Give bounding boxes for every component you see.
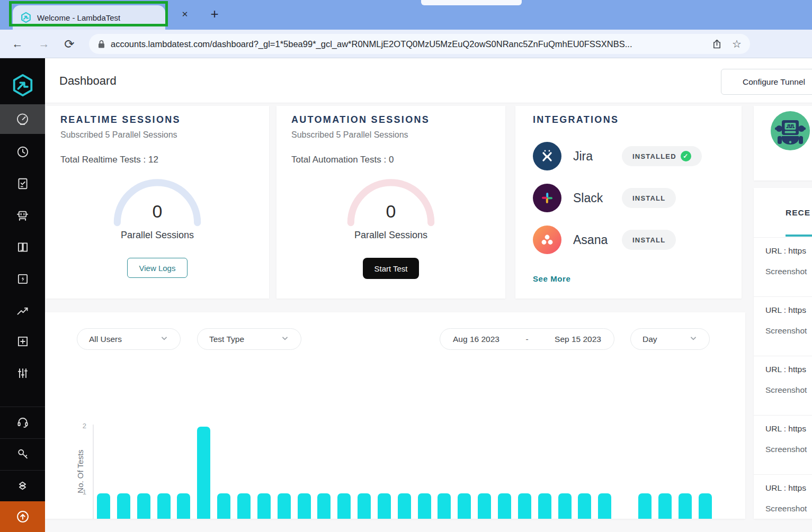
installed-check-icon: ✓ [681,151,691,161]
date-separator: - [525,335,528,344]
key-icon [16,447,30,461]
slack-icon [533,184,561,212]
recent-screenshot-row[interactable]: URL : https Screenshot [754,475,812,519]
integration-name: Slack [573,191,620,205]
bookmark-star-icon[interactable]: ☆ [732,38,742,50]
view-logs-button[interactable]: View Logs [127,258,188,278]
reload-button[interactable]: ⟳ [61,36,77,52]
tab-close-icon[interactable]: ✕ [178,7,192,21]
date-range-input[interactable]: Aug 16 2023 - Sep 15 2023 [440,328,614,350]
sidebar-item-automation[interactable] [0,201,45,230]
upgrade-circle-arrow-icon [15,509,30,524]
lock-icon [97,40,105,49]
headset-icon [16,415,30,429]
sidebar-item-lt-browser[interactable] [0,232,45,262]
jira-icon [533,142,561,170]
automation-parallel-count: 0 [276,201,505,222]
slack-install-button[interactable]: INSTALL [622,188,676,208]
recent-screenshot-label: Screenshot [765,326,807,336]
recent-screenshot-label: Screenshot [765,445,807,454]
sidebar-item-upgrade[interactable] [0,501,45,532]
tab-title: Welcome - LambdaTest [37,13,120,22]
sidebar-item-settings[interactable] [0,358,45,388]
share-icon[interactable] [711,39,722,50]
url-omnibox[interactable]: accounts.lambdatest.com/dashboard?_gl=1*… [89,34,750,54]
integration-name: Jira [573,149,620,164]
automation-card-subtitle: Subscribed 5 Parallel Sessions [291,130,408,140]
jira-installed-badge[interactable]: INSTALLED ✓ [622,146,702,166]
recent-url-label: URL : https [765,365,806,374]
checklist-icon [16,177,30,191]
y-tick-1: 1 [76,488,86,496]
integration-name: Asana [573,233,620,247]
chevron-down-icon [160,334,168,345]
recent-panel-tab[interactable]: RECE [786,208,810,218]
badge-label: INSTALL [632,236,665,244]
badge-label: INSTALLED [632,152,676,160]
recent-url-label: URL : https [765,483,806,493]
plus-square-icon [16,335,30,348]
sliders-icon [16,366,30,380]
all-users-dropdown[interactable]: All Users [77,328,181,350]
automation-gauge-label: Parallel Sessions [276,230,505,241]
forward-button[interactable]: → [36,36,52,52]
lambdatest-favicon-icon [20,12,32,23]
recent-screenshot-label: Screenshot [765,385,807,395]
automation-card-title: AUTOMATION SESSIONS [291,114,430,125]
granularity-dropdown[interactable]: Day [630,328,710,350]
sidebar [0,58,45,532]
recent-screenshot-row[interactable]: URL : https Screenshot [754,297,812,356]
recent-url-label: URL : https [765,424,806,434]
asana-install-button[interactable]: INSTALL [622,230,676,250]
sidebar-item-integrations[interactable] [0,471,45,500]
clock-icon [16,145,30,159]
page-title: Dashboard [59,74,117,88]
robot-avatar [771,111,810,150]
granularity-value: Day [643,335,657,344]
date-to-value: Sep 15 2023 [555,335,601,344]
test-type-dropdown[interactable]: Test Type [197,328,301,350]
new-tab-button[interactable]: + [207,6,222,22]
onboarding-avatar-card [754,106,812,181]
integration-row-jira: Jira INSTALLED ✓ [533,142,729,170]
recent-list: URL : https Screenshot URL : https Scree… [754,238,812,519]
chart-y-axis-line [93,425,94,519]
sidebar-item-support[interactable] [0,407,45,437]
sidebar-item-test[interactable] [0,169,45,199]
recent-screenshot-row[interactable]: URL : https Screenshot [754,356,812,416]
realtime-total-tests: Total Realtime Tests : 12 [60,155,158,165]
badge-label: INSTALL [632,194,665,202]
y-tick-2: 2 [76,422,86,430]
speedometer-icon [15,112,30,127]
robot-icon [15,209,30,223]
start-test-button[interactable]: Start Test [363,258,419,279]
sidebar-item-realtime[interactable] [0,137,45,167]
integration-row-slack: Slack INSTALL [533,184,729,212]
see-more-link[interactable]: See More [533,274,571,283]
sidebar-lambdatest-logo[interactable] [0,73,45,97]
realtime-sessions-card: REALTIME SESSIONS Subscribed 5 Parallel … [46,106,269,299]
realtime-card-subtitle: Subscribed 5 Parallel Sessions [60,130,177,140]
back-button[interactable]: ← [10,36,25,52]
url-text: accounts.lambdatest.com/dashboard?_gl=1*… [111,39,706,49]
configure-tunnel-button[interactable]: Configure Tunnel [721,69,812,95]
trend-up-icon [15,304,30,318]
sidebar-item-analytics[interactable] [0,296,45,326]
browser-tab-welcome[interactable]: Welcome - LambdaTest [13,5,165,30]
tabstrip-notch [421,0,522,5]
sidebar-item-access-key[interactable] [0,439,45,468]
integrations-card-title: INTEGRATIONS [533,114,619,125]
layers-icon [15,479,30,493]
sidebar-item-dashboard[interactable] [0,104,45,134]
integration-row-asana: Asana INSTALL [533,226,729,254]
recent-screenshot-row[interactable]: URL : https Screenshot [754,416,812,475]
chevron-down-icon [281,334,289,345]
automation-sessions-card: AUTOMATION SESSIONS Subscribed 5 Paralle… [276,106,505,299]
recent-screenshots-panel: RECE URL : https Screenshot URL : https … [754,188,812,519]
sidebar-item-apps[interactable] [0,264,45,294]
all-users-value: All Users [89,335,122,344]
test-type-value: Test Type [209,335,244,344]
sidebar-item-new[interactable] [0,327,45,356]
recent-screenshot-label: Screenshot [765,267,807,276]
recent-screenshot-row[interactable]: URL : https Screenshot [754,238,812,297]
